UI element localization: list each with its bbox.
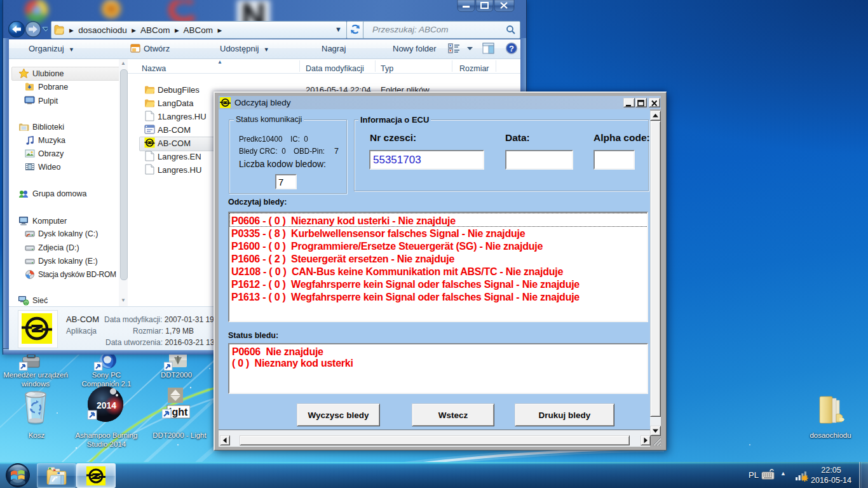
svg-text:?: ? — [509, 44, 514, 53]
svg-text:2014: 2014 — [97, 400, 116, 410]
svg-text:ight: ight — [169, 407, 188, 417]
